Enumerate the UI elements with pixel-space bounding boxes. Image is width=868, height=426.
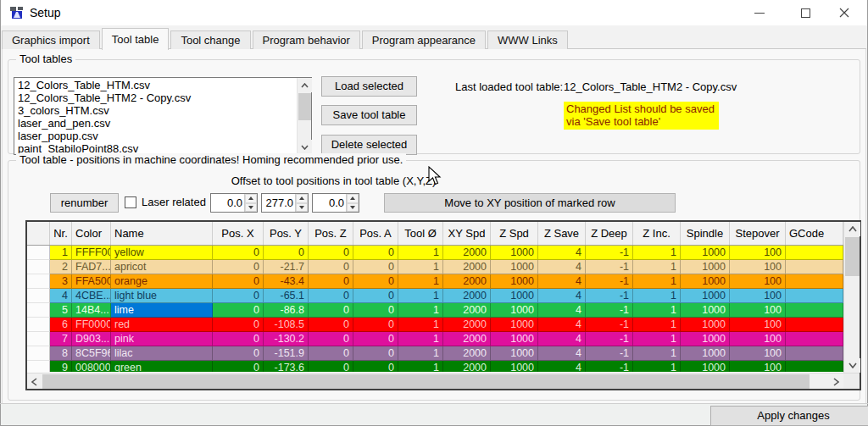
cell-name[interactable]: red (111, 318, 213, 332)
cell-color[interactable]: 8C5F96 (72, 346, 111, 361)
cell-pos_y[interactable]: -21.7 (264, 260, 309, 274)
cell-gcode[interactable] (786, 246, 843, 260)
column-header-stepover[interactable]: Stepover (730, 222, 786, 245)
offset-x-spinner[interactable]: 0.0 (210, 193, 258, 213)
cell-pos_z[interactable]: 0 (309, 318, 353, 332)
row-header-cell[interactable] (27, 289, 50, 303)
cell-pos_z[interactable]: 0 (309, 361, 353, 372)
cell-pos_a[interactable]: 0 (353, 346, 398, 361)
cell-pos_z[interactable]: 0 (309, 246, 353, 260)
cell-z_deep[interactable]: -1 (586, 318, 633, 332)
cell-z_save[interactable]: 4 (538, 332, 586, 346)
row-header-cell[interactable] (27, 303, 50, 318)
spin-down-icon[interactable] (347, 203, 359, 213)
cell-z_save[interactable]: 4 (538, 361, 586, 372)
cell-stepover[interactable]: 100 (730, 274, 786, 289)
cell-z_save[interactable]: 4 (538, 260, 586, 274)
cell-stepover[interactable]: 100 (730, 246, 786, 260)
cell-xy_spd[interactable]: 2000 (443, 246, 491, 260)
cell-pos_a[interactable]: 0 (353, 303, 398, 318)
cell-z_inc[interactable]: 1 (633, 289, 681, 303)
cell-pos_z[interactable]: 0 (309, 274, 353, 289)
cell-nr[interactable]: 6 (50, 318, 72, 332)
cell-gcode[interactable] (786, 289, 843, 303)
cell-pos_a[interactable]: 0 (353, 274, 398, 289)
list-item[interactable]: 3_colors_HTM.csv (14, 104, 297, 117)
cell-pos_x[interactable]: 0 (213, 303, 264, 318)
cell-color[interactable]: 4CBE... (72, 289, 111, 303)
cell-z_save[interactable]: 4 (538, 246, 586, 260)
cell-tool_dia[interactable]: 1 (398, 346, 443, 361)
cell-z_spd[interactable]: 1000 (491, 274, 538, 289)
cell-tool_dia[interactable]: 1 (398, 303, 443, 318)
cell-pos_x[interactable]: 0 (213, 332, 264, 346)
list-item[interactable]: 12_Colors_Table_HTM2 - Copy.csv (14, 91, 297, 104)
scroll-up-icon[interactable] (844, 222, 860, 236)
cell-color[interactable]: FFFF00 (72, 246, 111, 260)
tab-tool-change[interactable]: Tool change (170, 30, 250, 49)
cell-name[interactable]: lime (111, 303, 213, 318)
cell-pos_x[interactable]: 0 (213, 274, 264, 289)
cell-gcode[interactable] (786, 318, 843, 332)
cell-z_deep[interactable]: -1 (586, 303, 633, 318)
renumber-button[interactable]: renumber (50, 193, 119, 213)
cell-pos_a[interactable]: 0 (353, 246, 398, 260)
cell-z_inc[interactable]: 1 (633, 246, 681, 260)
column-header-z_inc[interactable]: Z Inc. (633, 222, 681, 245)
column-header-xy_spd[interactable]: XY Spd (443, 222, 491, 245)
cell-spindle[interactable]: 1000 (681, 361, 730, 372)
list-item[interactable]: 12_Colors_Table_HTM.csv (14, 79, 297, 91)
cell-z_inc[interactable]: 1 (633, 361, 681, 372)
cell-xy_spd[interactable]: 2000 (443, 318, 491, 332)
cell-stepover[interactable]: 100 (730, 303, 786, 318)
spin-up-icon[interactable] (347, 194, 359, 203)
cell-spindle[interactable]: 1000 (681, 318, 730, 332)
scrollbar-thumb[interactable] (298, 93, 311, 120)
offset-z-value[interactable]: 0.0 (313, 194, 346, 212)
cell-spindle[interactable]: 1000 (681, 346, 730, 361)
cell-z_deep[interactable]: -1 (586, 332, 633, 346)
cell-name[interactable]: light blue (111, 289, 213, 303)
cell-name[interactable]: apricot (111, 260, 213, 274)
cell-pos_a[interactable]: 0 (353, 361, 398, 372)
cell-tool_dia[interactable]: 1 (398, 289, 443, 303)
cell-xy_spd[interactable]: 2000 (443, 361, 491, 372)
scroll-left-icon[interactable] (27, 373, 42, 390)
offset-y-value[interactable]: 277.0 (262, 194, 295, 212)
row-header-cell[interactable] (27, 246, 50, 260)
cell-stepover[interactable]: 100 (730, 346, 786, 361)
row-header-cell[interactable] (27, 274, 50, 289)
cell-tool_dia[interactable]: 1 (398, 361, 443, 372)
column-header-spindle[interactable]: Spindle (681, 222, 730, 245)
scroll-right-icon[interactable] (829, 373, 843, 390)
cell-name[interactable]: lilac (111, 346, 213, 361)
cell-z_spd[interactable]: 1000 (491, 303, 538, 318)
cell-pos_y[interactable]: -86.8 (264, 303, 309, 318)
column-header-gcode[interactable]: GCode (786, 222, 843, 245)
column-header-pos_z[interactable]: Pos. Z (309, 222, 353, 245)
save-tool-table-button[interactable]: Save tool table (321, 105, 417, 125)
cell-pos_a[interactable]: 0 (353, 332, 398, 346)
tab-graphics-import[interactable]: Graphics import (2, 30, 100, 49)
cell-stepover[interactable]: 100 (730, 332, 786, 346)
cell-stepover[interactable]: 100 (730, 361, 786, 372)
cell-z_deep[interactable]: -1 (586, 260, 633, 274)
cell-gcode[interactable] (786, 332, 843, 346)
cell-pos_a[interactable]: 0 (353, 318, 398, 332)
cell-nr[interactable]: 4 (50, 289, 72, 303)
cell-spindle[interactable]: 1000 (681, 246, 730, 260)
cell-gcode[interactable] (786, 361, 843, 372)
cell-color[interactable]: FF0000 (72, 318, 111, 332)
cell-tool_dia[interactable]: 1 (398, 246, 443, 260)
spin-up-icon[interactable] (245, 194, 257, 203)
column-header-pos_a[interactable]: Pos. A (353, 222, 398, 245)
load-selected-button[interactable]: Load selected (321, 76, 417, 97)
cell-spindle[interactable]: 1000 (681, 303, 730, 318)
column-header-z_deep[interactable]: Z Deep (586, 222, 633, 245)
spin-down-icon[interactable] (296, 203, 308, 213)
cell-z_deep[interactable]: -1 (586, 289, 633, 303)
cell-stepover[interactable]: 100 (730, 260, 786, 274)
cell-z_spd[interactable]: 1000 (491, 246, 538, 260)
cell-nr[interactable]: 1 (50, 246, 72, 260)
cell-z_spd[interactable]: 1000 (491, 332, 538, 346)
